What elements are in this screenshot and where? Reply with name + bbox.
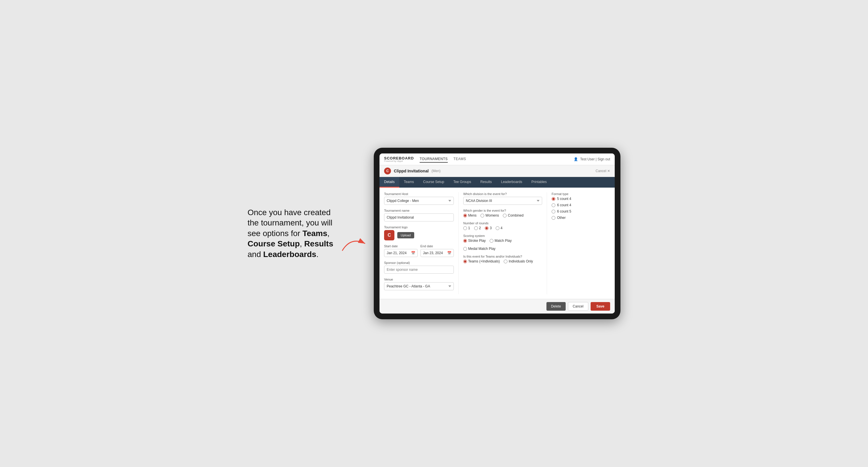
logo-sub: Powered by clippd xyxy=(384,160,414,162)
format-other[interactable]: Other xyxy=(552,216,610,220)
gender-radio-group: Mens Womens Combined xyxy=(463,213,542,217)
rounds-2[interactable]: 2 xyxy=(474,226,481,230)
tablet-frame: SCOREBOARD Powered by clippd TOURNAMENTS… xyxy=(374,148,620,319)
right-column: Format type 5 count 4 6 count 4 6 count … xyxy=(547,192,610,294)
end-date-label: End date xyxy=(421,244,454,248)
app-header: SCOREBOARD Powered by clippd TOURNAMENTS… xyxy=(379,153,615,165)
rounds-group: Number of rounds 1 2 3 xyxy=(463,221,542,230)
teams-group: Is this event for Teams and/or Individua… xyxy=(463,255,542,263)
gender-label: Which gender is the event for? xyxy=(463,209,542,212)
scoring-group: Scoring system Stroke Play Match Play Me… xyxy=(463,234,542,251)
nav-tab-teams[interactable]: TEAMS xyxy=(454,156,466,163)
instruction-text: Once you have created the tournament, yo… xyxy=(248,208,334,259)
tab-printables[interactable]: Printables xyxy=(527,177,551,188)
tab-tee-groups[interactable]: Tee Groups xyxy=(448,177,475,188)
rounds-3[interactable]: 3 xyxy=(485,226,492,230)
action-bar: Delete Cancel Save xyxy=(379,299,615,314)
tournament-logo-label: Tournament logo xyxy=(384,225,454,229)
left-column: Tournament Host Clippd College - Men Tou… xyxy=(384,192,459,294)
rounds-radio-group: 1 2 3 4 xyxy=(463,226,542,230)
tournament-name-group: Tournament name xyxy=(384,209,454,221)
tablet-screen: SCOREBOARD Powered by clippd TOURNAMENTS… xyxy=(379,153,615,314)
calendar-icon-start: 📅 xyxy=(411,251,415,255)
tournament-host-group: Tournament Host Clippd College - Men xyxy=(384,192,454,205)
scoring-label: Scoring system xyxy=(463,234,542,238)
nav-tabs-top: TOURNAMENTS TEAMS xyxy=(420,156,466,163)
tournament-subtitle: (Men) xyxy=(431,169,440,173)
start-date-group: Start date 📅 xyxy=(384,244,417,257)
calendar-icon-end: 📅 xyxy=(447,251,452,255)
save-button[interactable]: Save xyxy=(591,302,610,311)
tournament-bar: C Clippd Invitational (Men) Cancel ✕ xyxy=(379,165,615,177)
user-icon: 👤 xyxy=(574,157,578,161)
page-wrapper: Once you have created the tournament, yo… xyxy=(6,148,862,319)
format-label: Format type xyxy=(552,192,610,196)
scoring-match[interactable]: Match Play xyxy=(490,239,512,243)
scoring-stroke[interactable]: Stroke Play xyxy=(463,239,486,243)
format-6count5[interactable]: 6 count 5 xyxy=(552,209,610,213)
middle-column: Which division is the event for? NCAA Di… xyxy=(459,192,547,294)
end-date-group: End date 📅 xyxy=(421,244,454,257)
teams-plus-individuals[interactable]: Teams (+Individuals) xyxy=(463,259,500,263)
user-text[interactable]: Test User | Sign out xyxy=(580,157,611,161)
nav-tab-tournaments[interactable]: TOURNAMENTS xyxy=(420,156,448,163)
logo-area: SCOREBOARD Powered by clippd xyxy=(384,156,414,162)
venue-group: Venue Peachtree GC - Atlanta - GA xyxy=(384,278,454,290)
tab-results[interactable]: Results xyxy=(475,177,496,188)
sponsor-group: Sponsor (optional) xyxy=(384,261,454,274)
section-tabs: Details Teams Course Setup Tee Groups Re… xyxy=(379,177,615,188)
tournament-name-label: Tournament name xyxy=(384,209,454,212)
user-area: 👤 Test User | Sign out xyxy=(574,157,610,161)
sponsor-label: Sponsor (optional) xyxy=(384,261,454,264)
venue-select[interactable]: Peachtree GC - Atlanta - GA xyxy=(384,282,454,290)
division-select[interactable]: NCAA Division III xyxy=(463,197,542,205)
teams-label: Is this event for Teams and/or Individua… xyxy=(463,255,542,258)
tournament-name-input[interactable] xyxy=(384,213,454,221)
tournament-icon: C xyxy=(384,167,391,175)
logo-icon: C xyxy=(384,230,395,240)
format-6count4[interactable]: 6 count 4 xyxy=(552,203,610,207)
tab-course-setup[interactable]: Course Setup xyxy=(418,177,448,188)
gender-group: Which gender is the event for? Mens Wome… xyxy=(463,209,542,217)
sponsor-input[interactable] xyxy=(384,266,454,274)
rounds-1[interactable]: 1 xyxy=(463,226,470,230)
venue-label: Venue xyxy=(384,278,454,281)
scoring-radio-group: Stroke Play Match Play Medal Match Play xyxy=(463,239,542,251)
date-row: Start date 📅 End date 📅 xyxy=(384,244,454,257)
teams-radio-group: Teams (+Individuals) Individuals Only xyxy=(463,259,542,263)
gender-womens[interactable]: Womens xyxy=(480,213,499,217)
tab-details[interactable]: Details xyxy=(379,177,399,188)
cancel-top-button[interactable]: Cancel ✕ xyxy=(595,169,610,173)
delete-button[interactable]: Delete xyxy=(547,302,566,311)
tournament-logo-group: Tournament logo C Upload xyxy=(384,225,454,240)
gender-mens[interactable]: Mens xyxy=(463,213,476,217)
logo-upload-area: C Upload xyxy=(384,230,454,240)
tournament-host-select[interactable]: Clippd College - Men xyxy=(384,197,454,205)
format-group: Format type 5 count 4 6 count 4 6 count … xyxy=(552,192,610,220)
rounds-4[interactable]: 4 xyxy=(496,226,502,230)
start-date-wrap: 📅 xyxy=(384,249,417,257)
main-content: Tournament Host Clippd College - Men Tou… xyxy=(379,188,615,299)
division-group: Which division is the event for? NCAA Di… xyxy=(463,192,542,205)
logo-title: SCOREBOARD xyxy=(384,156,414,160)
start-date-label: Start date xyxy=(384,244,417,248)
tournament-title: Clippd Invitational xyxy=(394,169,429,173)
tournament-host-label: Tournament Host xyxy=(384,192,454,196)
gender-combined[interactable]: Combined xyxy=(503,213,524,217)
rounds-label: Number of rounds xyxy=(463,221,542,225)
tab-teams[interactable]: Teams xyxy=(399,177,418,188)
format-5count4[interactable]: 5 count 4 xyxy=(552,197,610,201)
cancel-button[interactable]: Cancel xyxy=(568,302,588,311)
upload-button[interactable]: Upload xyxy=(397,232,414,238)
tab-leaderboards[interactable]: Leaderboards xyxy=(496,177,527,188)
scoring-medal[interactable]: Medal Match Play xyxy=(463,247,495,251)
format-radio-group: 5 count 4 6 count 4 6 count 5 Other xyxy=(552,197,610,220)
end-date-wrap: 📅 xyxy=(421,249,454,257)
division-label: Which division is the event for? xyxy=(463,192,542,196)
individuals-only[interactable]: Individuals Only xyxy=(504,259,533,263)
